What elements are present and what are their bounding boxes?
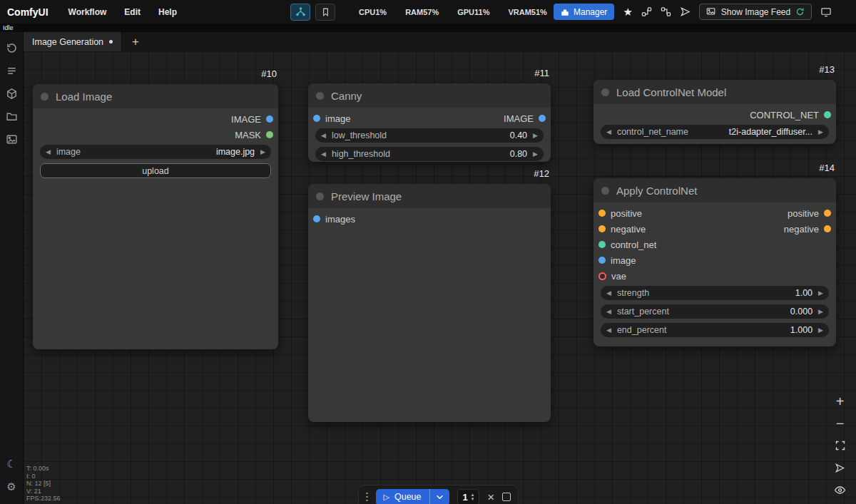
toggle-visibility-eye-icon[interactable] — [834, 483, 846, 496]
gallery-icon[interactable] — [0, 128, 24, 150]
increment-arrow-icon[interactable]: ▶ — [818, 327, 823, 334]
cancel-queue-icon[interactable]: × — [487, 491, 494, 503]
panel-toggle-icon[interactable] — [820, 6, 832, 17]
input-slot-images-icon[interactable] — [313, 215, 320, 222]
input-slot-positive-icon[interactable] — [598, 210, 606, 217]
collapse-dot-icon[interactable] — [601, 88, 609, 96]
tab-image-generation[interactable]: Image Generation — [24, 32, 122, 51]
node-title: Apply ControlNet — [616, 185, 697, 197]
model-library-icon[interactable] — [0, 82, 24, 105]
input-label-vae: vae — [611, 271, 626, 282]
tab-label: Image Generation — [32, 37, 103, 47]
output-slot-MASK-icon[interactable] — [266, 131, 273, 138]
output-slot-positive-icon[interactable] — [824, 210, 831, 217]
input-slot-vae-icon[interactable] — [598, 272, 606, 280]
increment-arrow-icon[interactable]: ▶ — [533, 151, 538, 158]
queue-icon[interactable] — [0, 59, 24, 82]
select-mode-icon[interactable] — [835, 461, 845, 474]
play-icon: ▷ — [384, 493, 389, 502]
fit-view-icon[interactable] — [835, 439, 846, 452]
widget-strength[interactable]: ◀strength1.00▶ — [601, 286, 829, 300]
node-title-bar[interactable]: Apply ControlNet — [593, 178, 836, 202]
queue-button[interactable]: ▷ Queue — [376, 489, 449, 504]
increment-arrow-icon[interactable]: ▶ — [818, 290, 823, 297]
widget-high_threshold[interactable]: ◀high_threshold0.80▶ — [315, 147, 544, 161]
widget-start_percent[interactable]: ◀start_percent0.000▶ — [601, 304, 829, 319]
workflow-circuit-icon[interactable] — [641, 6, 652, 17]
node-load-image[interactable]: #10Load ImageIMAGEMASK◀imageimage.jpg▶up… — [33, 84, 278, 349]
menu-edit[interactable]: Edit — [124, 7, 141, 17]
batch-decrement-icon[interactable]: ▾ — [472, 497, 474, 501]
node-title-bar[interactable]: Load Image — [33, 84, 278, 108]
widget-upload-button[interactable]: upload — [40, 163, 271, 178]
collapse-dot-icon[interactable] — [316, 92, 324, 100]
node-title: Load Image — [56, 91, 112, 103]
input-slot-control_net-icon[interactable] — [598, 241, 606, 248]
app-logo[interactable]: ComfyUI — [7, 6, 49, 18]
node-title-bar[interactable]: Canny — [308, 83, 551, 108]
theme-moon-icon[interactable]: ☾ — [0, 453, 24, 475]
manager-button[interactable]: Manager — [554, 4, 614, 20]
zoom-out-button[interactable]: − — [836, 417, 845, 430]
new-tab-button[interactable]: + — [125, 32, 146, 51]
graph-canvas[interactable]: #10Load ImageIMAGEMASK◀imageimage.jpg▶up… — [24, 51, 856, 504]
workflow-circuit-alt-icon[interactable] — [661, 6, 671, 17]
collapse-dot-icon[interactable] — [41, 93, 49, 101]
output-slot-CONTROL_NET-icon[interactable] — [824, 111, 831, 118]
menu-workflow[interactable]: Workflow — [68, 7, 107, 17]
node-canny[interactable]: #11CannyimageIMAGE◀low_threshold0.40▶◀hi… — [308, 83, 551, 162]
widget-value: 1.00 — [795, 288, 812, 298]
widget-low_threshold[interactable]: ◀low_threshold0.40▶ — [315, 128, 544, 143]
decrement-arrow-icon[interactable]: ◀ — [606, 129, 611, 135]
menubar: ComfyUI Workflow Edit Help CPU1% RAM57% — [0, 0, 856, 24]
widget-image[interactable]: ◀imageimage.jpg▶ — [40, 145, 271, 159]
menu-help[interactable]: Help — [158, 7, 177, 17]
queue-dropdown-chevron-icon[interactable] — [430, 489, 449, 504]
increment-arrow-icon[interactable]: ▶ — [818, 129, 823, 135]
collapse-dot-icon[interactable] — [601, 187, 609, 195]
output-slot-negative-icon[interactable] — [824, 225, 831, 232]
batch-count-spinner[interactable]: 1 ▴ ▾ — [457, 489, 480, 504]
node-title-bar[interactable]: Load ControlNet Model — [593, 80, 836, 104]
input-label-images: images — [325, 214, 355, 225]
show-image-feed-button[interactable]: Show Image Feed — [699, 4, 812, 20]
node-apply-controlnet[interactable]: #14Apply ControlNetpositivepositivenegat… — [593, 178, 836, 346]
decrement-arrow-icon[interactable]: ◀ — [321, 133, 326, 139]
output-label-negative: negative — [784, 224, 819, 235]
increment-arrow-icon[interactable]: ▶ — [260, 149, 265, 155]
widget-end_percent[interactable]: ◀end_percent1.000▶ — [601, 323, 829, 337]
show-image-feed-label: Show Image Feed — [721, 7, 790, 17]
zoom-in-button[interactable]: + — [836, 395, 845, 408]
decrement-arrow-icon[interactable]: ◀ — [606, 327, 611, 334]
input-slot-negative-icon[interactable] — [598, 225, 606, 232]
bookmark-button[interactable] — [315, 4, 335, 21]
queue-controls: ▷ Queue 1 ▴ ▾ × — [358, 485, 519, 504]
share-arrow-icon[interactable] — [680, 6, 691, 17]
node-preview-image[interactable]: #12Preview Imageimages — [308, 184, 551, 422]
decrement-arrow-icon[interactable]: ◀ — [606, 290, 611, 297]
input-slot-image-icon[interactable] — [598, 257, 606, 264]
star-icon[interactable]: ★ — [623, 6, 632, 19]
settings-gear-icon[interactable]: ⚙ — [0, 475, 24, 498]
collapse-dot-icon[interactable] — [316, 192, 324, 200]
decrement-arrow-icon[interactable]: ◀ — [606, 309, 611, 315]
output-slot-IMAGE-icon[interactable] — [539, 115, 546, 122]
node-load-controlnet-model[interactable]: #13Load ControlNet ModelCONTROL_NET◀cont… — [593, 80, 836, 144]
node-title-bar[interactable]: Preview Image — [308, 184, 551, 208]
decrement-arrow-icon[interactable]: ◀ — [46, 149, 51, 155]
stop-icon[interactable] — [502, 493, 511, 501]
output-label-CONTROL_NET: CONTROL_NET — [750, 110, 819, 120]
output-slot-IMAGE-icon[interactable] — [266, 115, 273, 123]
decrement-arrow-icon[interactable]: ◀ — [321, 151, 326, 158]
input-slot-image-icon[interactable] — [313, 115, 320, 122]
increment-arrow-icon[interactable]: ▶ — [818, 309, 823, 315]
history-icon[interactable] — [0, 36, 24, 59]
widget-value: 0.40 — [510, 130, 527, 140]
widget-value: t2i-adapter_diffuser... — [729, 127, 812, 137]
perf-iterations: I: 0 — [26, 473, 61, 480]
workflows-folder-icon[interactable] — [0, 105, 24, 128]
widget-control_net_name[interactable]: ◀control_net_namet2i-adapter_diffuser...… — [601, 125, 829, 139]
workflow-graph-button[interactable] — [290, 4, 310, 21]
increment-arrow-icon[interactable]: ▶ — [533, 133, 538, 139]
drag-handle-icon[interactable] — [366, 493, 368, 502]
